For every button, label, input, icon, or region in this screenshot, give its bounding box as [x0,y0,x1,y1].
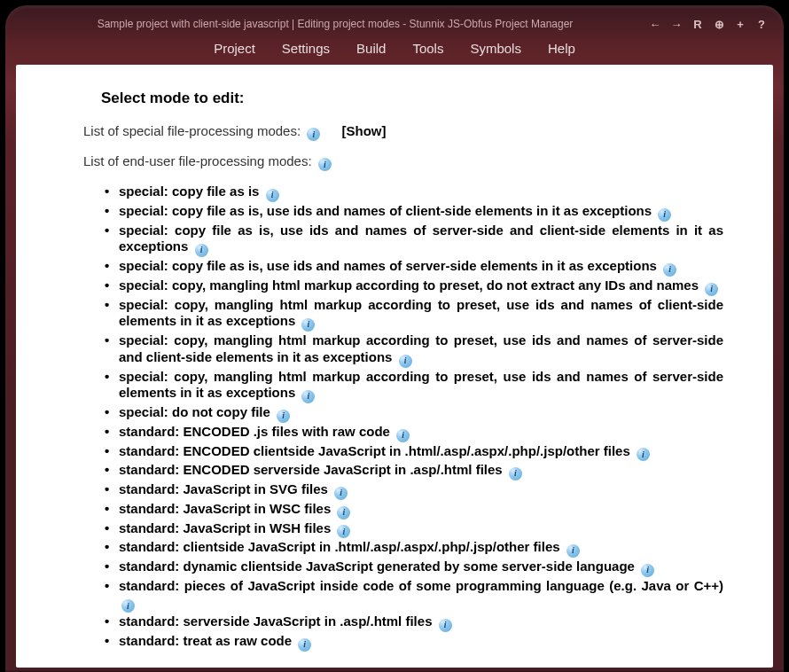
info-icon[interactable]: i [334,487,348,500]
titlebar: Sample project with client-side javascri… [16,16,773,35]
menubar: Project Settings Build Tools Symbols Hel… [16,35,773,65]
info-icon[interactable]: i [566,544,580,558]
enduser-modes-row: List of end-user file-processing modes: … [83,153,730,171]
mode-link[interactable]: standard: ENCODED serverside JavaScript … [119,462,506,477]
info-icon[interactable]: i [439,619,452,632]
mode-link[interactable]: standard: pieces of JavaScript inside co… [119,578,723,593]
mode-link[interactable]: standard: ENCODED .js files with raw cod… [119,424,394,439]
list-item: standard: clientside JavaScript in .html… [103,539,723,558]
info-icon[interactable]: i [663,263,676,277]
mode-link[interactable]: special: copy, mangling html markup acco… [119,297,723,329]
info-icon[interactable]: i [121,599,135,613]
menu-settings[interactable]: Settings [282,41,330,56]
info-icon[interactable]: i [337,525,350,538]
menu-help[interactable]: Help [548,41,575,56]
mode-link[interactable]: special: copy file as is, use ids and na… [119,223,723,254]
mode-link[interactable]: special: copy file as is [119,184,263,199]
info-icon[interactable]: i [318,158,332,171]
info-icon[interactable]: i [337,506,350,520]
mode-link[interactable]: special: copy, mangling html markup acco… [119,369,723,401]
list-item: special: do not copy file i [103,404,723,423]
special-modes-row: List of special file-processing modes: i… [83,123,730,141]
list-item: standard: ENCODED serverside JavaScript … [103,462,723,481]
list-item: special: copy, mangling html markup acco… [103,297,723,332]
plus-circle-icon[interactable]: ⊕ [713,18,725,30]
help-icon[interactable]: ? [755,18,768,30]
modes-list: special: copy file as is ispecial: copy … [103,184,730,652]
info-icon[interactable]: i [266,189,279,202]
list-item: standard: JavaScript in SVG files i [103,481,723,500]
enduser-modes-label: List of end-user file-processing modes: [83,153,312,168]
window-title: Sample project with client-side javascri… [21,18,649,30]
nav-back-icon[interactable]: ← [649,18,661,30]
mode-link[interactable]: special: copy file as is, use ids and na… [119,203,655,218]
list-item: standard: dynamic clientside JavaScript … [103,559,723,577]
info-icon[interactable]: i [277,410,290,423]
list-item: standard: serverside JavaScript in .asp/… [103,613,723,632]
plus-icon[interactable]: + [734,18,746,30]
list-item: special: copy file as is, use ids and na… [103,203,723,222]
menu-tools[interactable]: Tools [412,41,443,56]
title-toolbar: ← → R ⊕ + ? [649,18,768,30]
mode-link[interactable]: standard: JavaScript in SVG files [119,481,332,496]
show-link[interactable]: [Show] [341,123,386,138]
list-item: special: copy, mangling html markup acco… [103,277,723,296]
info-icon[interactable]: i [641,564,654,577]
list-item: special: copy, mangling html markup acco… [103,369,723,404]
mode-link[interactable]: standard: ENCODED clientside JavaScript … [119,443,634,458]
list-item: standard: JavaScript in WSH files i [103,520,723,539]
info-icon[interactable]: i [658,208,671,222]
page-title: Select mode to edit: [101,90,730,107]
info-icon[interactable]: i [396,429,410,442]
mode-link[interactable]: standard: JavaScript in WSH files [119,520,334,535]
info-icon[interactable]: i [307,128,320,141]
mode-link[interactable]: special: copy, mangling html markup acco… [119,332,723,364]
app-frame: Sample project with client-side javascri… [5,5,784,672]
list-item: standard: JavaScript in WSC files i [103,501,723,520]
list-item: standard: ENCODED .js files with raw cod… [103,424,723,442]
mode-link[interactable]: standard: dynamic clientside JavaScript … [119,559,638,574]
list-item: standard: ENCODED clientside JavaScript … [103,443,723,462]
mode-link[interactable]: standard: JavaScript in WSC files [119,501,334,516]
info-icon[interactable]: i [301,390,315,403]
mode-link[interactable]: special: copy file as is, use ids and na… [119,258,660,273]
mode-link[interactable]: standard: treat as raw code [119,633,295,648]
menu-build[interactable]: Build [356,41,386,56]
list-item: special: copy, mangling html markup acco… [103,332,723,368]
mode-link[interactable]: standard: serverside JavaScript in .asp/… [119,613,436,629]
info-icon[interactable]: i [637,448,650,461]
info-icon[interactable]: i [399,355,412,368]
mode-link[interactable]: special: do not copy file [119,404,274,419]
reload-icon[interactable]: R [691,18,704,30]
nav-forward-icon[interactable]: → [670,18,683,30]
list-item: standard: treat as raw code i [103,633,723,652]
list-item: special: copy file as is, use ids and na… [103,223,723,258]
mode-link[interactable]: special: copy, mangling html markup acco… [119,277,702,293]
menu-project[interactable]: Project [214,41,255,56]
info-icon[interactable]: i [705,283,718,296]
list-item: standard: pieces of JavaScript inside co… [103,578,723,613]
info-icon[interactable]: i [298,638,311,652]
info-icon[interactable]: i [195,244,208,257]
special-modes-label: List of special file-processing modes: [83,123,301,138]
content-area: Select mode to edit: List of special fil… [16,65,773,668]
list-item: special: copy file as is i [103,184,723,202]
info-icon[interactable]: i [509,467,522,481]
menu-symbols[interactable]: Symbols [470,41,521,56]
mode-link[interactable]: standard: clientside JavaScript in .html… [119,539,564,554]
list-item: special: copy file as is, use ids and na… [103,258,723,277]
info-icon[interactable]: i [301,318,315,332]
